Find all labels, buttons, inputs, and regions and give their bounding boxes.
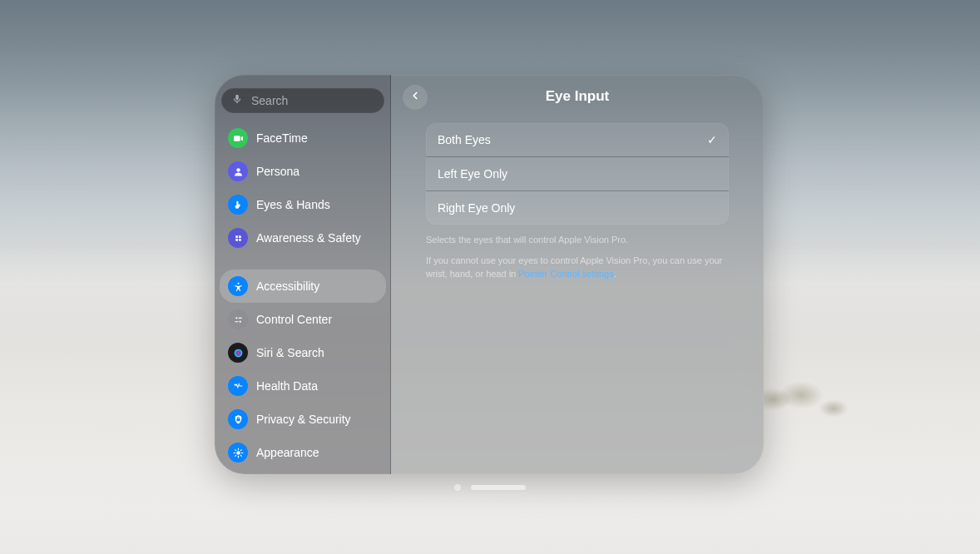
svg-point-6 bbox=[235, 317, 237, 319]
control-center-icon bbox=[228, 309, 248, 329]
svg-rect-4 bbox=[239, 239, 241, 241]
svg-line-19 bbox=[240, 449, 241, 450]
sidebar-item-label: Health Data bbox=[256, 379, 318, 393]
appearance-icon bbox=[228, 443, 248, 462]
search-input[interactable] bbox=[250, 93, 374, 108]
sidebar-item-health[interactable]: Health Data bbox=[220, 369, 386, 403]
microphone-icon bbox=[231, 93, 243, 108]
sidebar-item-label: Eyes & Hands bbox=[256, 198, 330, 211]
svg-rect-9 bbox=[235, 321, 238, 322]
back-button[interactable] bbox=[403, 85, 428, 110]
sidebar-list: FaceTimePersonaEyes & HandsAwareness & S… bbox=[215, 121, 391, 474]
pointer-control-link[interactable]: Pointer Control settings bbox=[518, 269, 613, 279]
option-label: Right Eye Only bbox=[438, 201, 515, 215]
sidebar-item-eyes-hands[interactable]: Eyes & Hands bbox=[220, 188, 386, 221]
sidebar-item-label: Awareness & Safety bbox=[256, 231, 361, 245]
sidebar-item-control-center[interactable]: Control Center bbox=[220, 303, 386, 336]
sidebar-item-label: Control Center bbox=[256, 313, 332, 326]
sidebar-item-privacy[interactable]: Privacy & Security bbox=[220, 403, 386, 436]
footer-line-2: If you cannot use your eyes to control A… bbox=[426, 254, 729, 281]
detail-header: Eye Input bbox=[391, 75, 764, 118]
pager-dot[interactable] bbox=[454, 484, 461, 491]
checkmark-icon: ✓ bbox=[707, 133, 717, 146]
detail-pane: Eye Input Both Eyes✓Left Eye OnlyRight E… bbox=[391, 75, 764, 474]
svg-point-0 bbox=[236, 168, 240, 171]
facetime-icon bbox=[228, 128, 248, 148]
sidebar-item-facetime[interactable]: FaceTime bbox=[220, 121, 386, 155]
sidebar-item-label: Appearance bbox=[256, 446, 319, 459]
window-pager bbox=[454, 484, 526, 491]
svg-rect-7 bbox=[238, 317, 241, 318]
health-icon bbox=[228, 376, 248, 396]
sidebar-item-label: Accessibility bbox=[256, 279, 319, 293]
sidebar-item-label: Persona bbox=[256, 165, 299, 178]
pager-handle[interactable] bbox=[471, 485, 526, 490]
svg-line-17 bbox=[240, 455, 241, 456]
sidebar: FaceTimePersonaEyes & HandsAwareness & S… bbox=[215, 75, 391, 474]
options-list: Both Eyes✓Left Eye OnlyRight Eye Only bbox=[426, 123, 729, 225]
sidebar-item-siri[interactable]: Siri & Search bbox=[220, 336, 386, 369]
siri-icon bbox=[228, 343, 248, 363]
svg-rect-1 bbox=[235, 235, 238, 238]
sidebar-item-label: Privacy & Security bbox=[256, 413, 351, 426]
sidebar-item-awareness[interactable]: Awareness & Safety bbox=[220, 221, 386, 255]
svg-line-16 bbox=[235, 449, 235, 450]
accessibility-icon bbox=[228, 276, 248, 296]
sidebar-item-accessibility[interactable]: Accessibility bbox=[220, 270, 386, 303]
footer-text: Selects the eyes that will control Apple… bbox=[426, 233, 729, 288]
wallpaper-detail bbox=[819, 399, 849, 418]
svg-point-8 bbox=[239, 320, 240, 322]
privacy-icon bbox=[228, 409, 248, 429]
chevron-left-icon bbox=[409, 90, 421, 105]
eyes-hands-icon bbox=[228, 195, 248, 215]
option-row[interactable]: Both Eyes✓ bbox=[426, 123, 729, 156]
svg-point-11 bbox=[236, 451, 240, 454]
sidebar-item-label: FaceTime bbox=[256, 131, 308, 145]
svg-rect-3 bbox=[235, 239, 238, 241]
search-field[interactable] bbox=[221, 88, 384, 113]
persona-icon bbox=[228, 161, 248, 181]
page-title: Eye Input bbox=[546, 88, 610, 105]
awareness-icon bbox=[228, 228, 248, 248]
sidebar-item-appearance[interactable]: Appearance bbox=[220, 436, 386, 469]
sidebar-item-persona[interactable]: Persona bbox=[220, 155, 386, 188]
option-label: Left Eye Only bbox=[438, 167, 507, 181]
option-row[interactable]: Right Eye Only bbox=[426, 190, 729, 225]
svg-point-5 bbox=[237, 282, 239, 284]
svg-line-18 bbox=[235, 455, 235, 456]
settings-window: FaceTimePersonaEyes & HandsAwareness & S… bbox=[215, 75, 764, 474]
option-label: Both Eyes bbox=[438, 133, 491, 146]
option-row[interactable]: Left Eye Only bbox=[426, 156, 729, 190]
sidebar-group-divider bbox=[220, 255, 386, 270]
svg-point-10 bbox=[234, 349, 242, 357]
sidebar-item-label: Siri & Search bbox=[256, 346, 324, 359]
svg-rect-2 bbox=[239, 235, 241, 238]
footer-line-1: Selects the eyes that will control Apple… bbox=[426, 233, 729, 247]
